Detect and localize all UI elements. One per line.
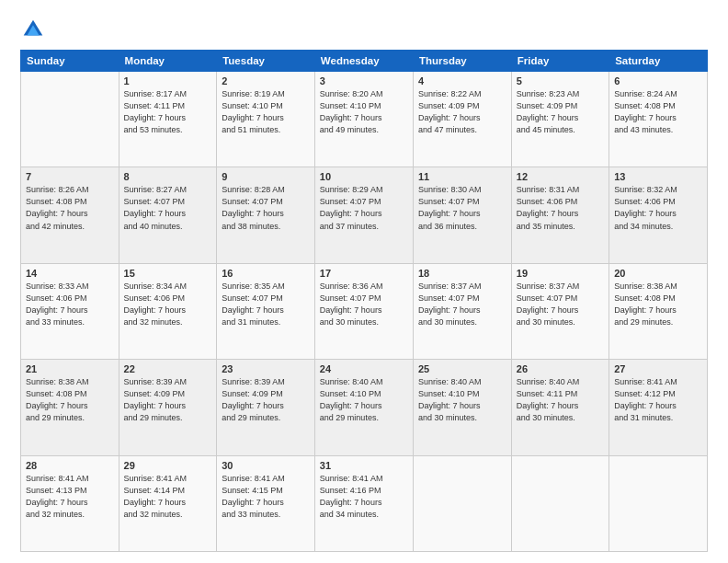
weekday-header-sunday: Sunday	[21, 51, 119, 72]
day-info: Sunrise: 8:37 AM Sunset: 4:07 PM Dayligh…	[517, 281, 604, 328]
day-number: 18	[418, 268, 506, 279]
day-info: Sunrise: 8:38 AM Sunset: 4:08 PM Dayligh…	[614, 281, 702, 328]
day-number: 26	[517, 363, 604, 374]
calendar-cell: 24Sunrise: 8:40 AM Sunset: 4:10 PM Dayli…	[314, 360, 413, 455]
day-number: 28	[26, 460, 114, 471]
calendar-cell: 20Sunrise: 8:38 AM Sunset: 4:08 PM Dayli…	[609, 263, 708, 359]
calendar-cell: 14Sunrise: 8:33 AM Sunset: 4:06 PM Dayli…	[21, 263, 119, 359]
day-number: 6	[614, 75, 702, 86]
day-number: 11	[418, 171, 506, 182]
day-number: 1	[124, 75, 212, 86]
day-info: Sunrise: 8:34 AM Sunset: 4:06 PM Dayligh…	[124, 281, 212, 328]
day-info: Sunrise: 8:20 AM Sunset: 4:10 PM Dayligh…	[320, 88, 408, 136]
day-info: Sunrise: 8:29 AM Sunset: 4:07 PM Dayligh…	[320, 184, 408, 232]
weekday-header-thursday: Thursday	[414, 51, 512, 72]
logo-icon	[20, 17, 46, 42]
day-info: Sunrise: 8:39 AM Sunset: 4:09 PM Dayligh…	[222, 376, 310, 424]
day-number: 30	[222, 460, 310, 471]
day-number: 7	[26, 171, 114, 182]
calendar-cell: 28Sunrise: 8:41 AM Sunset: 4:13 PM Dayli…	[21, 455, 119, 551]
calendar-cell: 7Sunrise: 8:26 AM Sunset: 4:08 PM Daylig…	[21, 167, 119, 263]
calendar-cell: 23Sunrise: 8:39 AM Sunset: 4:09 PM Dayli…	[217, 360, 315, 455]
weekday-header-saturday: Saturday	[609, 51, 708, 72]
calendar-cell: 6Sunrise: 8:24 AM Sunset: 4:08 PM Daylig…	[609, 72, 708, 167]
calendar-table: SundayMondayTuesdayWednesdayThursdayFrid…	[20, 50, 708, 552]
day-number: 29	[124, 460, 212, 471]
calendar-week-row: 14Sunrise: 8:33 AM Sunset: 4:06 PM Dayli…	[21, 263, 708, 359]
day-number: 27	[614, 363, 702, 374]
day-number: 4	[418, 75, 506, 86]
calendar-cell: 18Sunrise: 8:37 AM Sunset: 4:07 PM Dayli…	[414, 263, 512, 359]
day-info: Sunrise: 8:38 AM Sunset: 4:08 PM Dayligh…	[26, 376, 114, 424]
calendar-cell: 26Sunrise: 8:40 AM Sunset: 4:11 PM Dayli…	[511, 360, 609, 455]
calendar-cell: 22Sunrise: 8:39 AM Sunset: 4:09 PM Dayli…	[119, 360, 217, 455]
day-info: Sunrise: 8:41 AM Sunset: 4:14 PM Dayligh…	[124, 473, 212, 521]
day-info: Sunrise: 8:19 AM Sunset: 4:10 PM Dayligh…	[222, 88, 310, 136]
day-info: Sunrise: 8:22 AM Sunset: 4:09 PM Dayligh…	[418, 88, 506, 136]
day-info: Sunrise: 8:41 AM Sunset: 4:12 PM Dayligh…	[614, 376, 702, 424]
calendar-cell	[21, 72, 119, 167]
calendar-week-row: 28Sunrise: 8:41 AM Sunset: 4:13 PM Dayli…	[21, 455, 708, 551]
calendar-cell	[609, 455, 708, 551]
calendar-cell: 16Sunrise: 8:35 AM Sunset: 4:07 PM Dayli…	[217, 263, 315, 359]
day-number: 21	[26, 363, 114, 374]
calendar-cell: 25Sunrise: 8:40 AM Sunset: 4:10 PM Dayli…	[414, 360, 512, 455]
page: SundayMondayTuesdayWednesdayThursdayFrid…	[0, 0, 728, 563]
day-info: Sunrise: 8:31 AM Sunset: 4:06 PM Dayligh…	[517, 184, 604, 232]
day-number: 15	[124, 268, 212, 279]
day-number: 14	[26, 268, 114, 279]
calendar-cell: 11Sunrise: 8:30 AM Sunset: 4:07 PM Dayli…	[414, 167, 512, 263]
day-number: 22	[124, 363, 212, 374]
calendar-cell: 2Sunrise: 8:19 AM Sunset: 4:10 PM Daylig…	[217, 72, 315, 167]
calendar-cell: 27Sunrise: 8:41 AM Sunset: 4:12 PM Dayli…	[609, 360, 708, 455]
calendar-week-row: 1Sunrise: 8:17 AM Sunset: 4:11 PM Daylig…	[21, 72, 708, 167]
day-number: 3	[320, 75, 408, 86]
day-number: 17	[320, 268, 408, 279]
day-info: Sunrise: 8:41 AM Sunset: 4:13 PM Dayligh…	[26, 473, 114, 521]
day-info: Sunrise: 8:40 AM Sunset: 4:10 PM Dayligh…	[418, 376, 506, 424]
day-number: 16	[222, 268, 310, 279]
calendar-cell: 1Sunrise: 8:17 AM Sunset: 4:11 PM Daylig…	[119, 72, 217, 167]
day-number: 12	[517, 171, 604, 182]
day-number: 10	[320, 171, 408, 182]
day-number: 2	[222, 75, 310, 86]
weekday-header-wednesday: Wednesday	[314, 51, 413, 72]
day-info: Sunrise: 8:32 AM Sunset: 4:06 PM Dayligh…	[614, 184, 702, 232]
day-info: Sunrise: 8:26 AM Sunset: 4:08 PM Dayligh…	[26, 184, 114, 232]
day-info: Sunrise: 8:24 AM Sunset: 4:08 PM Dayligh…	[614, 88, 702, 136]
calendar-header: SundayMondayTuesdayWednesdayThursdayFrid…	[21, 51, 708, 72]
day-info: Sunrise: 8:17 AM Sunset: 4:11 PM Dayligh…	[124, 88, 212, 136]
weekday-header-friday: Friday	[511, 51, 609, 72]
day-info: Sunrise: 8:30 AM Sunset: 4:07 PM Dayligh…	[418, 184, 506, 232]
day-number: 25	[418, 363, 506, 374]
day-info: Sunrise: 8:39 AM Sunset: 4:09 PM Dayligh…	[124, 376, 212, 424]
calendar-cell: 29Sunrise: 8:41 AM Sunset: 4:14 PM Dayli…	[119, 455, 217, 551]
day-number: 20	[614, 268, 702, 279]
day-info: Sunrise: 8:41 AM Sunset: 4:16 PM Dayligh…	[320, 473, 408, 521]
weekday-header-monday: Monday	[119, 51, 217, 72]
day-info: Sunrise: 8:23 AM Sunset: 4:09 PM Dayligh…	[517, 88, 604, 136]
weekday-header-row: SundayMondayTuesdayWednesdayThursdayFrid…	[21, 51, 708, 72]
calendar-week-row: 7Sunrise: 8:26 AM Sunset: 4:08 PM Daylig…	[21, 167, 708, 263]
day-number: 8	[124, 171, 212, 182]
day-info: Sunrise: 8:33 AM Sunset: 4:06 PM Dayligh…	[26, 281, 114, 328]
day-number: 23	[222, 363, 310, 374]
day-info: Sunrise: 8:41 AM Sunset: 4:15 PM Dayligh…	[222, 473, 310, 521]
day-info: Sunrise: 8:35 AM Sunset: 4:07 PM Dayligh…	[222, 281, 310, 328]
day-number: 19	[517, 268, 604, 279]
header	[20, 17, 708, 42]
day-info: Sunrise: 8:28 AM Sunset: 4:07 PM Dayligh…	[222, 184, 310, 232]
calendar-cell: 13Sunrise: 8:32 AM Sunset: 4:06 PM Dayli…	[609, 167, 708, 263]
calendar-cell: 31Sunrise: 8:41 AM Sunset: 4:16 PM Dayli…	[314, 455, 413, 551]
calendar-cell: 10Sunrise: 8:29 AM Sunset: 4:07 PM Dayli…	[314, 167, 413, 263]
calendar-cell: 30Sunrise: 8:41 AM Sunset: 4:15 PM Dayli…	[217, 455, 315, 551]
calendar-cell: 3Sunrise: 8:20 AM Sunset: 4:10 PM Daylig…	[314, 72, 413, 167]
day-number: 31	[320, 460, 408, 471]
logo	[20, 17, 50, 42]
weekday-header-tuesday: Tuesday	[217, 51, 315, 72]
calendar-cell: 17Sunrise: 8:36 AM Sunset: 4:07 PM Dayli…	[314, 263, 413, 359]
calendar-cell: 5Sunrise: 8:23 AM Sunset: 4:09 PM Daylig…	[511, 72, 609, 167]
day-info: Sunrise: 8:27 AM Sunset: 4:07 PM Dayligh…	[124, 184, 212, 232]
calendar-cell: 9Sunrise: 8:28 AM Sunset: 4:07 PM Daylig…	[217, 167, 315, 263]
day-number: 9	[222, 171, 310, 182]
